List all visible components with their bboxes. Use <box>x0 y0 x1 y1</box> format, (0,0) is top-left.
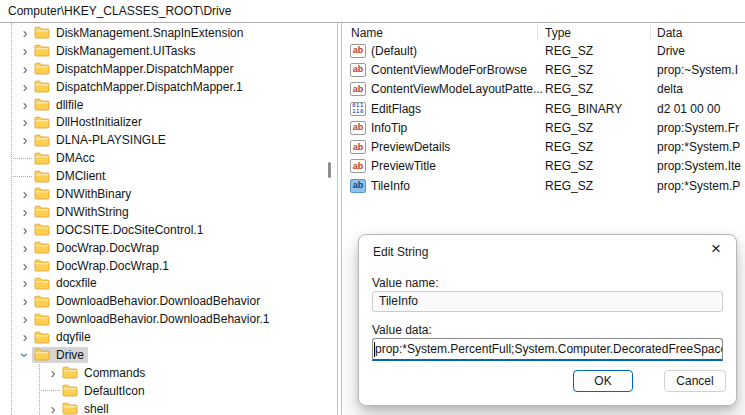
address-bar[interactable]: Computer\HKEY_CLASSES_ROOT\Drive <box>0 0 745 23</box>
column-separator[interactable] <box>650 25 651 40</box>
tree-node[interactable]: DOCSITE.DocSiteControl.1 <box>32 222 207 238</box>
value-type: REG_BINARY <box>545 102 622 116</box>
ok-button[interactable]: OK <box>573 370 633 392</box>
value-name-cell[interactable]: ab TileInfo <box>350 176 410 195</box>
column-header-data[interactable]: Data <box>657 26 682 40</box>
chevron-right-icon[interactable]: › <box>18 99 32 111</box>
tree-item[interactable]: › DllHostInitializer <box>0 113 337 131</box>
chevron-right-icon[interactable]: › <box>18 27 32 39</box>
value-name-cell[interactable]: 011110 EditFlags <box>350 99 421 118</box>
chevron-right-icon[interactable]: › <box>18 81 32 93</box>
tree-item[interactable]: › DiskManagement.UITasks <box>0 42 337 60</box>
binary-value-icon: 011110 <box>350 102 366 116</box>
chevron-right-icon[interactable]: › <box>18 63 32 75</box>
column-header-name[interactable]: Name <box>351 26 383 40</box>
tree-node[interactable]: DownloadBehavior.DownloadBehavior <box>32 293 264 309</box>
tree-item[interactable]: › DownloadBehavior.DownloadBehavior.1 <box>0 310 337 328</box>
value-name-cell[interactable]: ab InfoTip <box>350 118 407 137</box>
chevron-right-icon[interactable]: › <box>18 331 32 343</box>
chevron-right-icon[interactable]: › <box>46 367 60 379</box>
column-header-type[interactable]: Type <box>545 26 571 40</box>
value-data-field[interactable]: prop:*System.PercentFull;System.Computer… <box>372 338 723 361</box>
chevron-right-icon[interactable]: › <box>18 206 32 218</box>
tree-node[interactable]: dqyfile <box>32 329 95 345</box>
column-separator[interactable] <box>537 25 538 40</box>
value-name-cell[interactable]: ab PreviewTitle <box>350 157 436 176</box>
tree-item[interactable]: › DiskManagement.SnapInExtension <box>0 24 337 42</box>
tree-node[interactable]: DllHostInitializer <box>32 114 146 130</box>
chevron-right-icon[interactable]: › <box>18 224 32 236</box>
tree-node[interactable]: DNWithString <box>32 204 133 220</box>
registry-value-row[interactable]: ab ContentViewModeLayoutPatte... REG_SZ … <box>342 80 745 99</box>
tree-node[interactable]: DMAcc <box>32 150 99 166</box>
tree-item[interactable]: › dqyfile <box>0 328 337 346</box>
values-list: ab (Default) REG_SZ Drive ab ContentView… <box>342 41 745 195</box>
tree-node[interactable]: Commands <box>60 365 149 381</box>
close-icon[interactable]: × <box>711 240 721 257</box>
chevron-right-icon[interactable]: › <box>46 403 60 415</box>
tree-item-label: DocWrap.DocWrap <box>56 241 159 255</box>
value-name-cell[interactable]: ab PreviewDetails <box>350 137 450 156</box>
tree-item[interactable]: › DispatchMapper.DispatchMapper.1 <box>0 78 337 96</box>
chevron-right-icon[interactable]: › <box>18 260 32 272</box>
tree-node[interactable]: docxfile <box>32 275 101 291</box>
tree-item[interactable]: › docxfile <box>0 274 337 292</box>
tree-node[interactable]: DefaultIcon <box>60 383 149 399</box>
chevron-right-icon[interactable]: › <box>18 188 32 200</box>
tree-item[interactable]: › DNWithString <box>0 203 337 221</box>
tree-node[interactable]: DocWrap.DocWrap.1 <box>32 258 173 274</box>
tree-node[interactable]: dllfile <box>32 97 87 113</box>
tree-item[interactable]: › DLNA-PLAYSINGLE <box>0 131 337 149</box>
tree-item[interactable]: › DispatchMapper.DispatchMapper <box>0 60 337 78</box>
tree-node[interactable]: DNWithBinary <box>32 186 135 202</box>
tree-item[interactable]: › Drive <box>0 346 337 364</box>
value-type: REG_SZ <box>545 44 593 58</box>
registry-value-row[interactable]: ab (Default) REG_SZ Drive <box>342 41 745 60</box>
tree-item[interactable]: › Commands <box>0 364 337 382</box>
tree-node[interactable]: DispatchMapper.DispatchMapper <box>32 61 237 77</box>
registry-value-row[interactable]: ab PreviewTitle REG_SZ prop:System.Ite <box>342 157 745 176</box>
chevron-right-icon[interactable]: › <box>18 134 32 146</box>
tree-node[interactable]: DownloadBehavior.DownloadBehavior.1 <box>32 311 273 327</box>
value-name-cell[interactable]: ab ContentViewModeForBrowse <box>350 60 527 79</box>
value-name-cell[interactable]: ab ContentViewModeLayoutPatte... <box>350 80 543 99</box>
tree-item[interactable]: DMAcc <box>0 149 337 167</box>
value-data-label: Value data: <box>372 323 432 337</box>
cancel-button[interactable]: Cancel <box>664 370 726 392</box>
chevron-right-icon[interactable]: › <box>18 313 32 325</box>
registry-value-row[interactable]: 011110 EditFlags REG_BINARY d2 01 00 00 <box>342 99 745 118</box>
chevron-right-icon[interactable]: › <box>18 295 32 307</box>
tree-node[interactable]: Drive <box>32 347 88 363</box>
tree-node[interactable]: DMClient <box>32 168 109 184</box>
tree-item[interactable]: › DOCSITE.DocSiteControl.1 <box>0 221 337 239</box>
tree-item-label: DLNA-PLAYSINGLE <box>56 133 166 147</box>
registry-value-row[interactable]: ab PreviewDetails REG_SZ prop:*System.P <box>342 137 745 156</box>
chevron-right-icon[interactable]: › <box>18 242 32 254</box>
chevron-right-icon[interactable]: › <box>18 45 32 57</box>
value-name-field[interactable]: TileInfo <box>372 291 723 312</box>
tree-node[interactable]: DiskManagement.UITasks <box>32 43 199 59</box>
chevron-down-icon[interactable]: › <box>19 348 31 362</box>
registry-value-row[interactable]: ab InfoTip REG_SZ prop:System.Fr <box>342 118 745 137</box>
chevron-right-icon[interactable]: › <box>18 277 32 289</box>
value-name-cell[interactable]: ab (Default) <box>350 41 417 60</box>
tree-node[interactable]: DocWrap.DocWrap <box>32 240 163 256</box>
tree-item[interactable]: DMClient <box>0 167 337 185</box>
tree-item-label: DiskManagement.SnapInExtension <box>56 26 243 40</box>
tree-item[interactable]: › shell <box>0 400 337 415</box>
value-name: TileInfo <box>371 179 410 193</box>
registry-value-row[interactable]: ab TileInfo REG_SZ prop:*System.P <box>342 176 745 195</box>
value-type: REG_SZ <box>545 63 593 77</box>
tree-node[interactable]: DLNA-PLAYSINGLE <box>32 132 170 148</box>
tree-item[interactable]: › DocWrap.DocWrap <box>0 239 337 257</box>
tree-item[interactable]: › DocWrap.DocWrap.1 <box>0 257 337 275</box>
tree-item[interactable]: › dllfile <box>0 96 337 114</box>
tree-node[interactable]: DiskManagement.SnapInExtension <box>32 25 247 41</box>
registry-value-row[interactable]: ab ContentViewModeForBrowse REG_SZ prop:… <box>342 60 745 79</box>
tree-item[interactable]: › DownloadBehavior.DownloadBehavior <box>0 292 337 310</box>
tree-item[interactable]: DefaultIcon <box>0 382 337 400</box>
tree-item[interactable]: › DNWithBinary <box>0 185 337 203</box>
chevron-right-icon[interactable]: › <box>18 116 32 128</box>
tree-node[interactable]: shell <box>60 401 113 415</box>
tree-node[interactable]: DispatchMapper.DispatchMapper.1 <box>32 79 247 95</box>
